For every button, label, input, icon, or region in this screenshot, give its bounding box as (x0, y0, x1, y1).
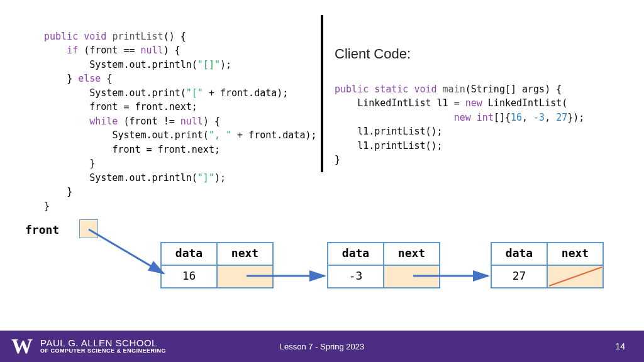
vertical-divider (321, 15, 323, 172)
node-value: 16 (161, 265, 217, 288)
node-1: data next -3 (327, 242, 440, 288)
node-value: 27 (491, 265, 547, 288)
node-0: data next 16 (160, 242, 274, 288)
front-pointer-box (79, 219, 98, 238)
uw-logo: W (11, 334, 33, 358)
null-slash-icon (548, 266, 602, 287)
node-next-cell (547, 265, 603, 288)
code-row: public void printList() { if (front == n… (0, 0, 644, 213)
lesson-label: Lesson 7 - Spring 2023 (280, 342, 364, 351)
node-header-data: data (161, 243, 217, 265)
client-code-title: Client Code: (335, 43, 600, 64)
school-name: PAUL G. ALLEN SCHOOL OF COMPUTER SCIENCE… (40, 338, 166, 354)
linked-list-diagram: front data next 16 data next -3 data nex… (0, 217, 644, 311)
node-value: -3 (328, 265, 384, 288)
code-block-client: Client Code: public static void main(Str… (335, 15, 600, 213)
node-header-next: next (384, 243, 440, 265)
node-next-cell (217, 265, 273, 288)
arrow-front-to-node0 (89, 229, 164, 273)
slide-footer: W PAUL G. ALLEN SCHOOL OF COMPUTER SCIEN… (0, 331, 644, 362)
node-header-data: data (491, 243, 547, 265)
node-header-next: next (217, 243, 273, 265)
school-line1: PAUL G. ALLEN SCHOOL (40, 338, 166, 348)
page-number: 14 (615, 341, 625, 351)
front-label: front (25, 223, 59, 236)
node-next-cell (384, 265, 440, 288)
node-header-next: next (547, 243, 603, 265)
code-block-printlist: public void printList() { if (front == n… (44, 15, 321, 213)
node-2: data next 27 (491, 242, 604, 288)
node-header-data: data (328, 243, 384, 265)
school-line2: OF COMPUTER SCIENCE & ENGINEERING (40, 348, 166, 354)
svg-line-0 (549, 267, 602, 286)
